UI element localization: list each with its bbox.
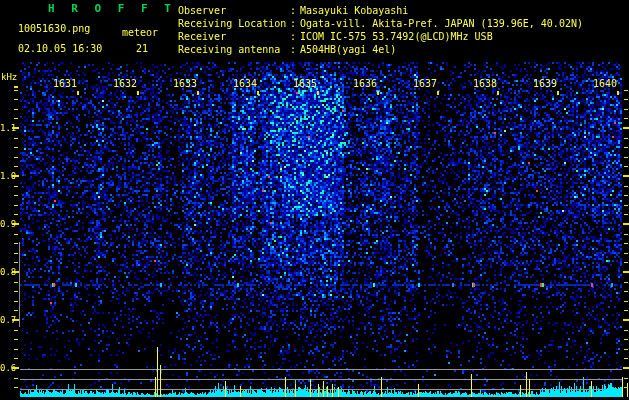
info-value-receiving-antenna: A504HB(yagi 4el) bbox=[300, 44, 396, 55]
time-tick-label-1632: 1632 bbox=[111, 78, 139, 89]
info-label-observer: Observer bbox=[178, 5, 226, 16]
observation-mode: meteor bbox=[122, 27, 158, 38]
info-colon: : bbox=[290, 18, 296, 29]
freq-axis-unit-label: kHz bbox=[1, 72, 17, 83]
info-colon: : bbox=[290, 31, 296, 42]
time-tick-label-1637: 1637 bbox=[411, 78, 439, 89]
freq-tick-label-1.1: 1.1 bbox=[0, 123, 16, 133]
time-tick-label-1631: 1631 bbox=[51, 78, 79, 89]
spectrogram-canvas bbox=[0, 0, 629, 400]
observation-datetime: 02.10.05 16:30 bbox=[18, 43, 102, 54]
time-tick-label-1640: 1640 bbox=[591, 78, 619, 89]
info-value-receiving-location: Ogata-vill. Akita-Pref. JAPAN (139.96E, … bbox=[300, 18, 583, 29]
meteor-count: 21 bbox=[136, 43, 148, 54]
time-tick-label-1638: 1638 bbox=[471, 78, 499, 89]
time-tick-label-1635: 1635 bbox=[291, 78, 319, 89]
time-tick-label-1633: 1633 bbox=[171, 78, 199, 89]
time-tick-label-1636: 1636 bbox=[351, 78, 379, 89]
app-title: H R O F F T bbox=[48, 3, 176, 14]
time-tick-label-1639: 1639 bbox=[531, 78, 559, 89]
info-colon: : bbox=[290, 44, 296, 55]
hrofft-screen: H R O F F T 10051630.png meteor 02.10.05… bbox=[0, 0, 629, 400]
freq-tick-label-1.0: 1.0 bbox=[0, 171, 16, 181]
freq-tick-label-0.9: 0.9 bbox=[0, 219, 16, 229]
info-label-receiver: Receiver bbox=[178, 31, 226, 42]
output-filename: 10051630.png bbox=[18, 23, 90, 34]
info-label-receiving-location: Receiving Location bbox=[178, 18, 286, 29]
freq-tick-label-0.6: 0.6 bbox=[0, 363, 16, 373]
freq-tick-label-0.8: 0.8 bbox=[0, 267, 16, 277]
time-tick-label-1634: 1634 bbox=[231, 78, 259, 89]
info-value-receiver: ICOM IC-575 53.7492(@LCD)MHz USB bbox=[300, 31, 493, 42]
info-colon: : bbox=[290, 5, 296, 16]
freq-tick-label-0.7: 0.7 bbox=[0, 315, 16, 325]
info-label-receiving-antenna: Receiving antenna bbox=[178, 44, 280, 55]
info-value-observer: Masayuki Kobayashi bbox=[300, 5, 408, 16]
